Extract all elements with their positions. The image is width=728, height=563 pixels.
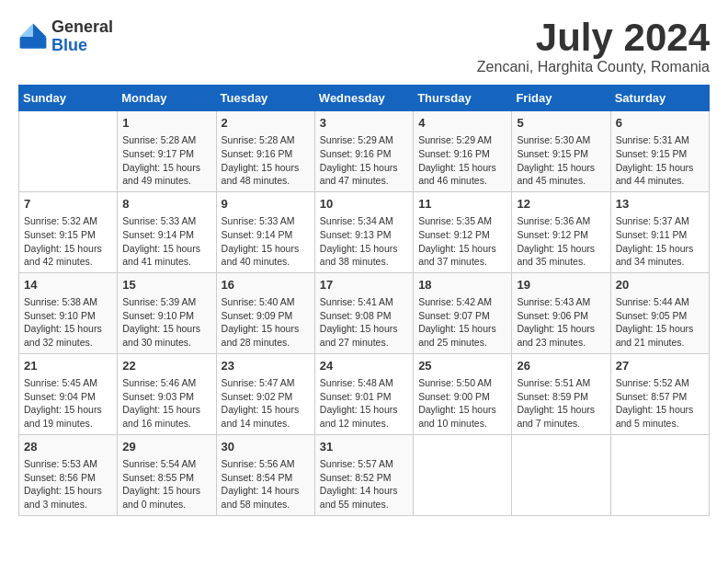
calendar-cell: 31Sunrise: 5:57 AM Sunset: 8:52 PM Dayli… bbox=[314, 434, 413, 515]
calendar-week-row: 21Sunrise: 5:45 AM Sunset: 9:04 PM Dayli… bbox=[19, 353, 710, 434]
weekday-friday: Friday bbox=[512, 86, 610, 111]
day-number: 20 bbox=[616, 277, 704, 293]
day-number: 4 bbox=[418, 115, 506, 132]
calendar-cell: 11Sunrise: 5:35 AM Sunset: 9:12 PM Dayli… bbox=[414, 191, 512, 272]
day-info: Sunrise: 5:34 AM Sunset: 9:13 PM Dayligh… bbox=[320, 214, 408, 269]
day-number: 18 bbox=[418, 277, 506, 293]
calendar-cell: 21Sunrise: 5:45 AM Sunset: 9:04 PM Dayli… bbox=[19, 353, 118, 434]
calendar-cell: 15Sunrise: 5:39 AM Sunset: 9:10 PM Dayli… bbox=[118, 272, 216, 353]
calendar-week-row: 7Sunrise: 5:32 AM Sunset: 9:15 PM Daylig… bbox=[19, 191, 710, 272]
month-title: July 2024 bbox=[477, 18, 710, 57]
day-info: Sunrise: 5:28 AM Sunset: 9:17 PM Dayligh… bbox=[122, 133, 210, 188]
day-info: Sunrise: 5:35 AM Sunset: 9:12 PM Dayligh… bbox=[418, 214, 506, 269]
day-info: Sunrise: 5:30 AM Sunset: 9:15 PM Dayligh… bbox=[517, 133, 605, 188]
day-info: Sunrise: 5:33 AM Sunset: 9:14 PM Dayligh… bbox=[222, 214, 310, 269]
day-number: 30 bbox=[222, 439, 310, 455]
day-number: 26 bbox=[517, 358, 605, 374]
day-number: 21 bbox=[24, 358, 112, 374]
day-info: Sunrise: 5:54 AM Sunset: 8:55 PM Dayligh… bbox=[122, 457, 210, 511]
calendar-cell: 17Sunrise: 5:41 AM Sunset: 9:08 PM Dayli… bbox=[314, 272, 413, 353]
day-number: 27 bbox=[616, 358, 704, 374]
calendar-cell bbox=[19, 111, 118, 192]
calendar-cell: 24Sunrise: 5:48 AM Sunset: 9:01 PM Dayli… bbox=[314, 353, 413, 434]
calendar-cell: 28Sunrise: 5:53 AM Sunset: 8:56 PM Dayli… bbox=[19, 434, 118, 515]
weekday-monday: Monday bbox=[118, 86, 216, 111]
day-number: 29 bbox=[122, 439, 210, 455]
day-info: Sunrise: 5:56 AM Sunset: 8:54 PM Dayligh… bbox=[222, 457, 310, 511]
calendar-cell: 26Sunrise: 5:51 AM Sunset: 8:59 PM Dayli… bbox=[512, 353, 610, 434]
day-number: 17 bbox=[320, 277, 408, 293]
day-info: Sunrise: 5:51 AM Sunset: 8:59 PM Dayligh… bbox=[517, 376, 605, 431]
day-info: Sunrise: 5:32 AM Sunset: 9:15 PM Dayligh… bbox=[24, 214, 112, 269]
logo: General Blue bbox=[18, 18, 113, 55]
calendar-cell: 22Sunrise: 5:46 AM Sunset: 9:03 PM Dayli… bbox=[118, 353, 216, 434]
page-header: General Blue July 2024 Zencani, Harghita… bbox=[18, 18, 710, 75]
day-info: Sunrise: 5:38 AM Sunset: 9:10 PM Dayligh… bbox=[24, 295, 112, 350]
calendar-cell: 25Sunrise: 5:50 AM Sunset: 9:00 PM Dayli… bbox=[414, 353, 512, 434]
calendar-week-row: 14Sunrise: 5:38 AM Sunset: 9:10 PM Dayli… bbox=[19, 272, 710, 353]
day-info: Sunrise: 5:47 AM Sunset: 9:02 PM Dayligh… bbox=[222, 376, 310, 431]
calendar-cell: 14Sunrise: 5:38 AM Sunset: 9:10 PM Dayli… bbox=[19, 272, 118, 353]
title-block: July 2024 Zencani, Harghita County, Roma… bbox=[477, 18, 710, 75]
weekday-tuesday: Tuesday bbox=[216, 86, 314, 111]
day-number: 28 bbox=[24, 439, 112, 455]
day-info: Sunrise: 5:33 AM Sunset: 9:14 PM Dayligh… bbox=[122, 214, 210, 269]
day-number: 13 bbox=[616, 196, 704, 213]
day-number: 2 bbox=[222, 115, 310, 132]
day-number: 9 bbox=[222, 196, 310, 213]
calendar-cell: 3Sunrise: 5:29 AM Sunset: 9:16 PM Daylig… bbox=[314, 111, 413, 192]
day-number: 1 bbox=[122, 115, 210, 132]
day-info: Sunrise: 5:40 AM Sunset: 9:09 PM Dayligh… bbox=[222, 295, 310, 350]
day-info: Sunrise: 5:36 AM Sunset: 9:12 PM Dayligh… bbox=[517, 214, 605, 269]
calendar-cell: 27Sunrise: 5:52 AM Sunset: 8:57 PM Dayli… bbox=[610, 353, 709, 434]
calendar-cell: 16Sunrise: 5:40 AM Sunset: 9:09 PM Dayli… bbox=[216, 272, 314, 353]
weekday-thursday: Thursday bbox=[414, 86, 512, 111]
logo-blue-text: Blue bbox=[51, 37, 113, 55]
day-info: Sunrise: 5:48 AM Sunset: 9:01 PM Dayligh… bbox=[320, 376, 408, 431]
weekday-sunday: Sunday bbox=[19, 86, 118, 111]
day-info: Sunrise: 5:45 AM Sunset: 9:04 PM Dayligh… bbox=[24, 376, 112, 431]
day-info: Sunrise: 5:41 AM Sunset: 9:08 PM Dayligh… bbox=[320, 295, 408, 350]
calendar-cell: 1Sunrise: 5:28 AM Sunset: 9:17 PM Daylig… bbox=[118, 111, 216, 192]
calendar-cell: 23Sunrise: 5:47 AM Sunset: 9:02 PM Dayli… bbox=[216, 353, 314, 434]
calendar-cell: 10Sunrise: 5:34 AM Sunset: 9:13 PM Dayli… bbox=[314, 191, 413, 272]
day-number: 19 bbox=[517, 277, 605, 293]
day-info: Sunrise: 5:39 AM Sunset: 9:10 PM Dayligh… bbox=[122, 295, 210, 350]
weekday-row: SundayMondayTuesdayWednesdayThursdayFrid… bbox=[19, 86, 710, 111]
weekday-saturday: Saturday bbox=[610, 86, 709, 111]
day-number: 3 bbox=[320, 115, 408, 132]
day-info: Sunrise: 5:42 AM Sunset: 9:07 PM Dayligh… bbox=[418, 295, 506, 350]
calendar-week-row: 1Sunrise: 5:28 AM Sunset: 9:17 PM Daylig… bbox=[19, 111, 710, 192]
day-number: 11 bbox=[418, 196, 506, 213]
calendar-cell: 4Sunrise: 5:29 AM Sunset: 9:16 PM Daylig… bbox=[414, 111, 512, 192]
day-number: 24 bbox=[320, 358, 408, 374]
calendar-cell: 7Sunrise: 5:32 AM Sunset: 9:15 PM Daylig… bbox=[19, 191, 118, 272]
day-info: Sunrise: 5:37 AM Sunset: 9:11 PM Dayligh… bbox=[616, 214, 704, 269]
day-info: Sunrise: 5:50 AM Sunset: 9:00 PM Dayligh… bbox=[418, 376, 506, 431]
calendar-cell: 18Sunrise: 5:42 AM Sunset: 9:07 PM Dayli… bbox=[414, 272, 512, 353]
calendar-cell: 19Sunrise: 5:43 AM Sunset: 9:06 PM Dayli… bbox=[512, 272, 610, 353]
day-number: 10 bbox=[320, 196, 408, 213]
day-info: Sunrise: 5:29 AM Sunset: 9:16 PM Dayligh… bbox=[320, 133, 408, 188]
day-number: 31 bbox=[320, 439, 408, 455]
calendar-cell bbox=[512, 434, 610, 515]
subtitle: Zencani, Harghita County, Romania bbox=[477, 59, 710, 75]
day-info: Sunrise: 5:46 AM Sunset: 9:03 PM Dayligh… bbox=[122, 376, 210, 431]
calendar-cell: 30Sunrise: 5:56 AM Sunset: 8:54 PM Dayli… bbox=[216, 434, 314, 515]
day-number: 16 bbox=[222, 277, 310, 293]
day-info: Sunrise: 5:29 AM Sunset: 9:16 PM Dayligh… bbox=[418, 133, 506, 188]
calendar-cell bbox=[414, 434, 512, 515]
calendar-header: SundayMondayTuesdayWednesdayThursdayFrid… bbox=[19, 86, 710, 111]
day-number: 7 bbox=[24, 196, 112, 213]
svg-marker-1 bbox=[20, 23, 33, 36]
day-info: Sunrise: 5:57 AM Sunset: 8:52 PM Dayligh… bbox=[320, 457, 408, 511]
day-info: Sunrise: 5:43 AM Sunset: 9:06 PM Dayligh… bbox=[517, 295, 605, 350]
calendar-cell: 12Sunrise: 5:36 AM Sunset: 9:12 PM Dayli… bbox=[512, 191, 610, 272]
calendar-cell: 8Sunrise: 5:33 AM Sunset: 9:14 PM Daylig… bbox=[118, 191, 216, 272]
day-number: 6 bbox=[616, 115, 704, 132]
day-info: Sunrise: 5:52 AM Sunset: 8:57 PM Dayligh… bbox=[616, 376, 704, 431]
calendar-cell: 2Sunrise: 5:28 AM Sunset: 9:16 PM Daylig… bbox=[216, 111, 314, 192]
day-number: 14 bbox=[24, 277, 112, 293]
calendar-cell: 5Sunrise: 5:30 AM Sunset: 9:15 PM Daylig… bbox=[512, 111, 610, 192]
logo-general-text: General bbox=[51, 18, 113, 37]
